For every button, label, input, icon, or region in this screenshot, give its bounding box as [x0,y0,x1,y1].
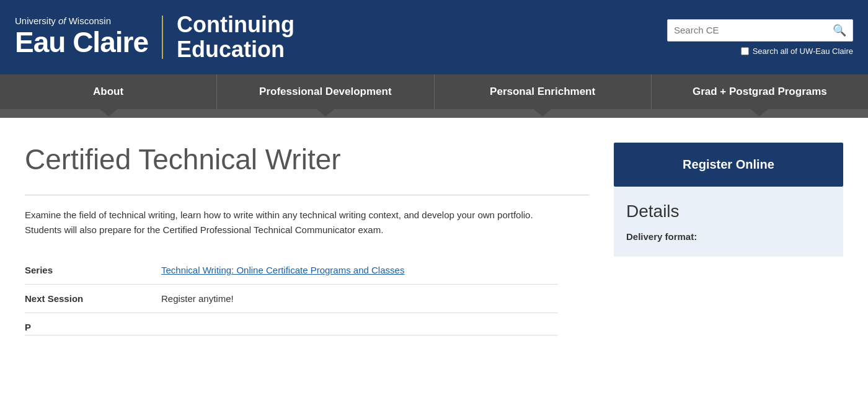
nav-item-personal-enrichment[interactable]: Personal Enrichment [435,74,652,109]
logo-area: University of Wisconsin Eau Claire Conti… [15,12,294,61]
search-all-checkbox[interactable] [741,47,749,55]
series-value: Technical Writing: Online Certificate Pr… [161,256,558,285]
main-nav: About Professional Development Personal … [0,74,868,109]
search-icon[interactable]: 🔍 [833,24,846,37]
register-online-button[interactable]: Register Online [614,143,843,187]
header-divider [162,16,163,59]
truncated-label: P [25,313,161,335]
search-all-text: Search all of UW-Eau Claire [753,47,853,56]
next-session-row: Next Session Register anytime! [25,285,558,313]
content-right: Register Online Details Delivery format: [614,143,843,257]
subnav-bar [0,109,868,118]
search-all-label[interactable]: Search all of UW-Eau Claire [741,47,853,56]
series-link[interactable]: Technical Writing: Online Certificate Pr… [161,265,404,275]
series-row: Series Technical Writing: Online Certifi… [25,256,558,285]
site-header: University of Wisconsin Eau Claire Conti… [0,0,868,74]
content-divider [25,195,589,195]
search-box[interactable]: 🔍 [667,19,853,42]
truncated-row: P [25,313,558,335]
next-session-value: Register anytime! [161,285,558,313]
nav-item-grad-programs[interactable]: Grad + Postgrad Programs [652,74,868,109]
header-search-area: 🔍 Search all of UW-Eau Claire [667,19,853,56]
series-label: Series [25,256,161,285]
page-description: Examine the field of technical writing, … [25,208,558,237]
next-session-label: Next Session [25,285,161,313]
university-name: University of Wisconsin Eau Claire [15,16,148,59]
details-title: Details [626,202,831,221]
nav-item-about[interactable]: About [0,74,217,109]
nav-label-grad-programs: Grad + Postgrad Programs [693,86,827,98]
info-table: Series Technical Writing: Online Certifi… [25,256,558,335]
university-bottom-line: Eau Claire [15,26,148,59]
truncated-value [161,313,558,335]
ce-title-line1: Continuing [177,12,294,37]
nav-label-personal-enrichment: Personal Enrichment [490,86,595,98]
search-input[interactable] [674,25,833,35]
nav-label-professional-development: Professional Development [259,86,392,98]
nav-item-professional-development[interactable]: Professional Development [217,74,434,109]
delivery-format-label: Delivery format: [626,231,831,242]
nav-label-about: About [93,86,123,98]
main-content: Certified Technical Writer Examine the f… [0,118,868,348]
page-title: Certified Technical Writer [25,143,589,176]
ce-title: Continuing Education [177,12,294,61]
ce-title-line2: Education [177,37,294,62]
details-box: Details Delivery format: [614,187,843,257]
university-top-line: University of Wisconsin [15,16,148,26]
content-left: Certified Technical Writer Examine the f… [25,143,589,335]
